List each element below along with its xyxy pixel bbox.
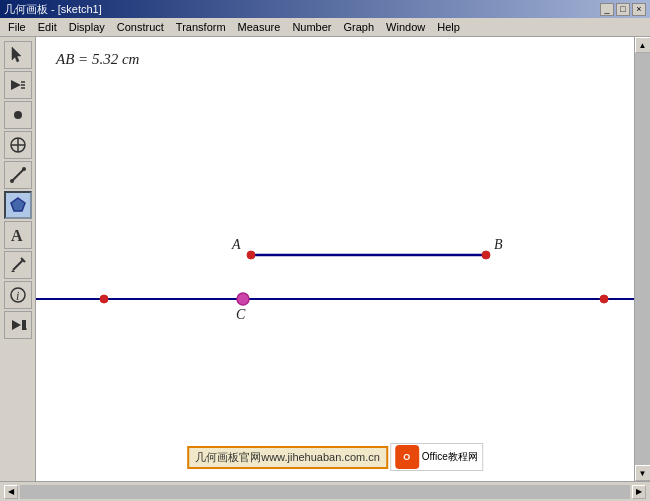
geometry-canvas: j A B C [36,37,634,481]
menu-transform[interactable]: Transform [170,20,232,34]
tool-info[interactable]: i [4,281,32,309]
svg-line-9 [12,169,24,181]
polygon-icon [9,196,27,214]
titlebar-title: 几何画板 - [sketch1] [4,2,102,17]
tool-compass[interactable] [4,131,32,159]
watermark-logo: O Office教程网 [390,443,483,471]
office-logo-text: Office教程网 [422,450,478,464]
watermark: 几何画板官网www.jihehuaban.com.cn O Office教程网 [187,443,483,471]
svg-marker-12 [11,198,25,211]
titlebar: 几何画板 - [sketch1] _ □ × [0,0,650,18]
watermark-text: 几何画板官网www.jihehuaban.com.cn [187,446,388,469]
tool-segment[interactable] [4,161,32,189]
statusbar: ◀ ▶ [0,481,650,501]
close-button[interactable]: × [632,3,646,16]
measurement-label: AB = 5.32 cm [56,51,139,68]
point-icon [9,106,27,124]
menu-file[interactable]: File [2,20,32,34]
compass-icon [9,136,27,154]
svg-point-5 [14,111,22,119]
menu-graph[interactable]: Graph [338,20,381,34]
tool-pointer[interactable] [4,41,32,69]
label-c: C [236,307,246,322]
toolbar: A i [0,37,36,481]
office-abbr: O [403,452,410,462]
scrollbar-bottom[interactable]: ◀ ▶ [4,484,646,500]
tool-text[interactable]: A [4,221,32,249]
pointer2-icon [9,76,27,94]
menu-construct[interactable]: Construct [111,20,170,34]
svg-marker-0 [12,47,21,62]
text-icon: A [9,226,27,244]
scroll-right-button[interactable]: ▶ [632,485,646,499]
menu-number[interactable]: Number [286,20,337,34]
tool-point[interactable] [4,101,32,129]
main-area: A i [0,37,650,481]
svg-point-10 [10,179,14,183]
menu-edit[interactable]: Edit [32,20,63,34]
point-c [237,293,249,305]
titlebar-buttons: _ □ × [600,3,646,16]
tool-pencil[interactable] [4,251,32,279]
svg-line-14 [13,260,23,270]
svg-marker-19 [12,320,21,330]
svg-marker-15 [11,270,15,272]
svg-text:i: i [16,289,19,303]
point-a [247,251,255,259]
menubar: File Edit Display Construct Transform Me… [0,18,650,37]
scroll-left-button[interactable]: ◀ [4,485,18,499]
canvas-area[interactable]: j A B C AB = 5.32 cm 几何画板官网www.jihehuaba… [36,37,634,481]
tool-polygon[interactable] [4,191,32,219]
label-b: B [494,237,503,252]
office-logo-icon: O [395,445,419,469]
pointer-icon [9,46,27,64]
point-left [100,295,108,303]
info-icon: i [9,286,27,304]
scrollbar-right[interactable]: ▲ ▼ [634,37,650,481]
menu-window[interactable]: Window [380,20,431,34]
tool-pointer2[interactable] [4,71,32,99]
menu-help[interactable]: Help [431,20,466,34]
scroll-down-button[interactable]: ▼ [635,465,651,481]
svg-text:A: A [11,227,23,244]
pencil-icon [9,256,27,274]
menu-measure[interactable]: Measure [232,20,287,34]
play-icon [9,316,27,334]
scroll-up-button[interactable]: ▲ [635,37,651,53]
maximize-button[interactable]: □ [616,3,630,16]
scroll-track-right[interactable] [635,53,651,465]
svg-marker-1 [11,80,21,90]
label-a: A [231,237,241,252]
tool-play[interactable] [4,311,32,339]
segment-icon [9,166,27,184]
menu-display[interactable]: Display [63,20,111,34]
minimize-button[interactable]: _ [600,3,614,16]
svg-point-11 [22,167,26,171]
scroll-track-bottom[interactable] [20,485,630,499]
point-b [482,251,490,259]
point-right [600,295,608,303]
